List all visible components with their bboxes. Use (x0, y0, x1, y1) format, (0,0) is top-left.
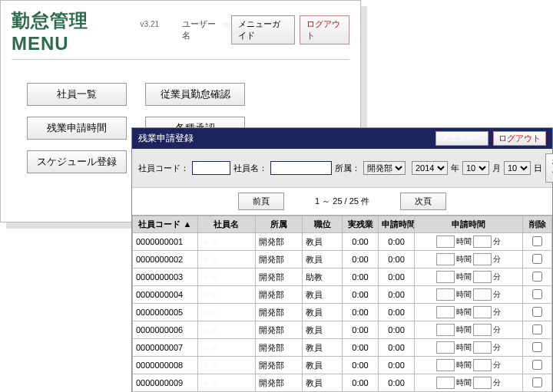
table-row: 0000000004－－開発部教員0:000:00時間分 (133, 286, 552, 304)
cell-apply: 時間分 (415, 268, 523, 286)
col-header-3: 職位 (303, 216, 343, 233)
menu-item-button-1[interactable]: 従業員勤怠確認 (145, 83, 245, 106)
cell-pos: 教員 (303, 286, 343, 304)
hour-label: 時間 (456, 254, 472, 265)
min-input[interactable] (473, 306, 492, 318)
cell-requested: 0:00 (379, 233, 415, 251)
cell-dept: 開発部 (256, 233, 303, 251)
year-select[interactable]: 2014 (412, 161, 448, 175)
hour-input[interactable] (436, 236, 455, 248)
hour-input[interactable] (436, 341, 455, 354)
min-input[interactable] (473, 359, 492, 371)
cell-actual: 0:00 (342, 357, 378, 374)
cell-dept: 開発部 (256, 374, 303, 392)
table-wrap[interactable]: 社員コード ▲社員名所属職位実残業申請時間申請時間削除 0000000001－－… (132, 215, 552, 392)
delete-checkbox[interactable] (532, 342, 542, 352)
cell-apply: 時間分 (415, 339, 523, 357)
list-window: 残業申請登録 メニューへ ログアウト 社員コード： 社員名： 所属： 開発部 2… (131, 127, 553, 392)
pager-info: 1 ～ 25 / 25 件 (315, 196, 369, 207)
day-select[interactable]: 10 (504, 161, 531, 175)
cell-name: －－ (197, 339, 255, 357)
prev-page-button[interactable]: 前頁 (238, 193, 284, 210)
table-row: 0000000009－－開発部教員0:000:00時間分 (133, 374, 552, 392)
cell-name: －－ (197, 286, 255, 304)
min-input[interactable] (473, 377, 492, 389)
delete-checkbox[interactable] (532, 289, 542, 299)
month-select[interactable]: 10 (462, 161, 489, 175)
delete-checkbox[interactable] (532, 307, 542, 317)
cell-code: 0000000006 (133, 321, 198, 339)
min-input[interactable] (473, 271, 492, 283)
cell-apply: 時間分 (415, 321, 523, 339)
col-header-0[interactable]: 社員コード ▲ (133, 216, 198, 233)
delete-checkbox[interactable] (532, 360, 542, 370)
cell-apply: 時間分 (415, 233, 523, 251)
min-input[interactable] (473, 341, 492, 354)
hour-input[interactable] (436, 253, 455, 265)
menu-item-button-2[interactable]: 残業申請時間 (27, 117, 127, 140)
menu-user-value: — (223, 19, 231, 28)
hour-input[interactable] (436, 377, 455, 389)
cell-name: －－ (197, 374, 255, 392)
cell-dept: 開発部 (256, 304, 303, 321)
hour-label: 時間 (456, 236, 472, 247)
cell-actual: 0:00 (342, 321, 378, 339)
min-input[interactable] (473, 288, 492, 301)
menu-title: 勤怠管理 MENU (12, 8, 136, 54)
pager-row: 前頁 1 ～ 25 / 25 件 次頁 (132, 188, 552, 215)
cell-code: 0000000003 (133, 268, 198, 286)
name-label: 社員名： (233, 163, 267, 174)
hour-input[interactable] (436, 324, 455, 336)
table-row: 0000000008－－開発部教員0:000:00時間分 (133, 357, 552, 374)
hour-input[interactable] (436, 271, 455, 283)
hour-label: 時間 (456, 360, 472, 371)
min-input[interactable] (473, 324, 492, 336)
min-label: 分 (493, 324, 501, 335)
hour-input[interactable] (436, 288, 455, 301)
overtime-table: 社員コード ▲社員名所属職位実残業申請時間申請時間削除 0000000001－－… (132, 216, 552, 392)
delete-checkbox[interactable] (532, 377, 542, 387)
name-input[interactable] (270, 161, 332, 175)
hour-input[interactable] (436, 306, 455, 318)
list-logout-button[interactable]: ログアウト (493, 131, 546, 146)
delete-checkbox[interactable] (532, 324, 542, 334)
min-input[interactable] (473, 236, 492, 248)
cell-code: 0000000008 (133, 357, 198, 374)
year-suffix: 年 (451, 163, 459, 174)
cell-delete (523, 268, 552, 286)
delete-checkbox[interactable] (532, 272, 542, 282)
col-header-4: 実残業 (342, 216, 378, 233)
cell-dept: 開発部 (256, 357, 303, 374)
cell-delete (523, 286, 552, 304)
cell-requested: 0:00 (379, 251, 415, 268)
cell-actual: 0:00 (342, 251, 378, 268)
col-header-1: 社員名 (197, 216, 255, 233)
menu-guide-button[interactable]: メニューガイド (231, 15, 295, 44)
code-input[interactable] (192, 161, 230, 175)
cell-code: 0000000001 (133, 233, 198, 251)
delete-checkbox[interactable] (532, 254, 542, 264)
table-row: 0000000002－－開発部教員0:000:00時間分 (133, 251, 552, 268)
to-menu-button[interactable]: メニューへ (435, 131, 488, 146)
cell-apply: 時間分 (415, 357, 523, 374)
min-input[interactable] (473, 253, 492, 265)
list-titlebar: 残業申請登録 メニューへ ログアウト (132, 128, 552, 149)
cell-dept: 開発部 (256, 251, 303, 268)
cell-apply: 時間分 (415, 374, 523, 392)
min-label: 分 (493, 360, 501, 371)
menu-item-button-4[interactable]: スケジュール登録 (27, 150, 127, 173)
menu-item-button-0[interactable]: 社員一覧 (27, 83, 127, 106)
menu-logout-button[interactable]: ログアウト (300, 15, 349, 44)
menu-user-label: ユーザー名 (182, 18, 220, 41)
cell-requested: 0:00 (379, 357, 415, 374)
search-button[interactable]: 検索 (545, 153, 553, 183)
delete-checkbox[interactable] (532, 236, 542, 246)
menu-version: v3.21 (141, 20, 159, 28)
hour-input[interactable] (436, 359, 455, 371)
menu-header: 勤怠管理 MENU v3.21 ユーザー名 — メニューガイド ログアウト (12, 8, 349, 60)
dept-select[interactable]: 開発部 (363, 161, 406, 175)
min-label: 分 (493, 307, 501, 318)
cell-dept: 開発部 (256, 286, 303, 304)
col-header-7: 削除 (523, 216, 552, 233)
next-page-button[interactable]: 次頁 (400, 193, 446, 210)
